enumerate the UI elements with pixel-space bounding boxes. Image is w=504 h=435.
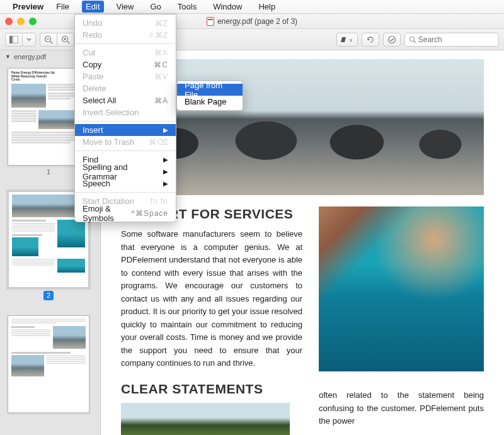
- menu-undo[interactable]: Undo⌘Z: [75, 17, 176, 29]
- svg-rect-1: [13, 36, 18, 43]
- svg-point-10: [389, 36, 396, 43]
- menu-select-all[interactable]: Select All⌘A: [75, 94, 176, 106]
- menu-view[interactable]: View: [113, 1, 138, 13]
- chevron-down-icon: [26, 38, 32, 42]
- wide-image: [121, 403, 290, 435]
- thumb1-headline: Raise Energy Efficiencies Up While Reduc…: [11, 71, 56, 82]
- highlight-icon: [341, 36, 353, 43]
- menu-paste[interactable]: Paste⌘V: [75, 71, 176, 82]
- submenu-arrow-icon: ▶: [163, 156, 168, 163]
- menu-edit[interactable]: Edit: [82, 1, 103, 13]
- search-field[interactable]: [404, 33, 499, 47]
- svg-line-12: [414, 41, 416, 43]
- square-image: [319, 206, 484, 371]
- rotate-button[interactable]: [362, 33, 379, 47]
- menu-copy[interactable]: Copy⌘C: [75, 59, 176, 71]
- heading-clear: CLEAR STATEMENTS: [121, 381, 302, 397]
- markup-button[interactable]: [383, 33, 401, 47]
- page-number-1: 1: [47, 168, 50, 176]
- app-name[interactable]: Preview: [13, 2, 43, 11]
- zoom-in-icon: [61, 35, 70, 44]
- disclosure-triangle-icon[interactable]: ▼: [5, 54, 11, 60]
- traffic-lights: [5, 18, 37, 25]
- menu-emoji[interactable]: Emoji & Symbols^⌘Space: [75, 207, 176, 219]
- menu-invert-selection[interactable]: Invert Selection: [75, 106, 176, 118]
- menu-insert[interactable]: Insert▶: [75, 124, 176, 136]
- minimize-window-button[interactable]: [17, 18, 25, 25]
- window-title: energy.pdf (page 2 of 3): [207, 17, 297, 26]
- svg-line-3: [50, 42, 52, 43]
- rotate-icon: [366, 35, 375, 44]
- menu-cut[interactable]: Cut⌘X: [75, 47, 176, 59]
- svg-point-11: [410, 37, 415, 41]
- sidebar-filename: energy.pdf: [14, 53, 46, 60]
- insert-submenu: Page from File… Blank Page: [176, 81, 243, 111]
- edit-menu-dropdown: Undo⌘Z Redo⇧⌘Z Cut⌘X Copy⌘C Paste⌘V Dele…: [74, 14, 176, 222]
- zoom-out-icon: [44, 35, 53, 44]
- submenu-page-from-file[interactable]: Page from File…: [177, 84, 243, 96]
- menu-help[interactable]: Help: [255, 1, 279, 13]
- menu-go[interactable]: Go: [146, 1, 164, 13]
- close-window-button[interactable]: [5, 18, 13, 25]
- view-mode-dropdown[interactable]: [22, 33, 36, 47]
- view-mode-group: [5, 33, 36, 47]
- page-number-2: 2: [43, 291, 54, 300]
- svg-line-6: [67, 42, 69, 43]
- paragraph-support: Some software manufacturers seem to beli…: [121, 228, 302, 370]
- zoom-out-button[interactable]: [40, 33, 57, 47]
- markup-toolbar-icon: [387, 35, 396, 44]
- page-thumbnail-3[interactable]: [8, 315, 89, 413]
- svg-rect-0: [9, 36, 12, 43]
- window-title-text: energy.pdf (page 2 of 3): [217, 17, 297, 26]
- zoom-in-button[interactable]: [57, 33, 74, 47]
- menu-spelling[interactable]: Spelling and Grammar▶: [75, 166, 176, 178]
- submenu-arrow-icon: ▶: [163, 168, 168, 175]
- menu-delete[interactable]: Delete: [75, 82, 176, 94]
- sidebar-view-button[interactable]: [5, 33, 22, 47]
- menubar: Preview File Edit View Go Tools Window H…: [0, 0, 504, 14]
- zoom-window-button[interactable]: [29, 18, 37, 25]
- menu-file[interactable]: File: [52, 1, 73, 13]
- highlight-button[interactable]: [336, 33, 358, 47]
- search-input[interactable]: [418, 35, 495, 44]
- zoom-group: [40, 33, 74, 47]
- pdf-file-icon: [207, 17, 214, 26]
- submenu-arrow-icon: ▶: [163, 127, 168, 133]
- paragraph-right: often related to the statement being con…: [319, 389, 484, 428]
- menu-move-to-trash[interactable]: Move to Trash⌘⌫: [75, 136, 176, 148]
- search-icon: [409, 36, 416, 43]
- menu-tools[interactable]: Tools: [174, 1, 200, 13]
- menu-window[interactable]: Window: [209, 1, 246, 13]
- submenu-arrow-icon: ▶: [163, 180, 168, 187]
- menu-redo[interactable]: Redo⇧⌘Z: [75, 29, 176, 41]
